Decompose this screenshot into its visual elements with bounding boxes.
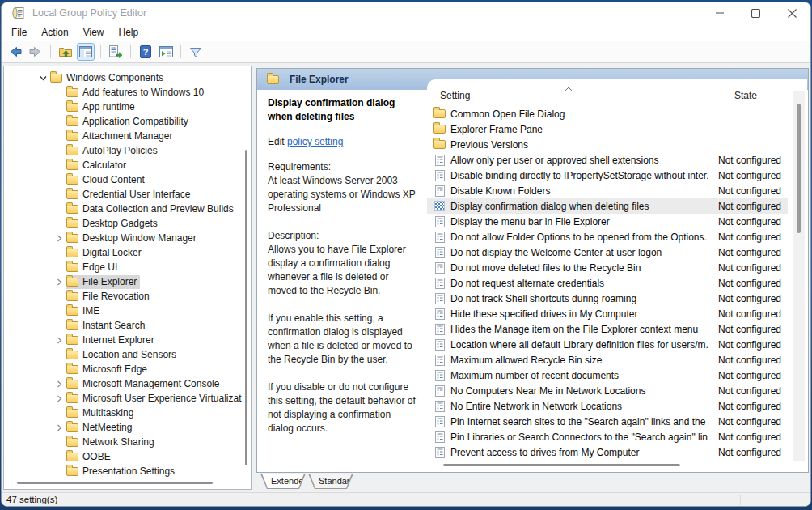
- tree-item-microsoft-management-console[interactable]: Microsoft Management Console: [4, 376, 251, 391]
- tree-item-body[interactable]: Instant Search: [66, 319, 148, 333]
- chevron-right-icon[interactable]: [53, 421, 66, 434]
- tree-item-file-revocation[interactable]: File Revocation: [4, 289, 251, 304]
- show-console-tree-button[interactable]: [77, 43, 95, 61]
- column-header-state[interactable]: State: [734, 90, 757, 101]
- tab-standard[interactable]: Standard: [308, 474, 353, 489]
- tree-item-body[interactable]: Microsoft User Experience Virtualizat: [66, 392, 245, 406]
- back-button[interactable]: [6, 43, 24, 61]
- list-vertical-scrollbar-thumb[interactable]: [797, 104, 801, 233]
- menu-action[interactable]: Action: [34, 25, 75, 40]
- tree-item-body[interactable]: Edge UI: [66, 261, 121, 274]
- tab-extended[interactable]: Extended: [260, 474, 306, 489]
- list-policy-row[interactable]: No Entire Network in Network LocationsNo…: [427, 398, 788, 414]
- tree-item-credential-user-interface[interactable]: Credential User Interface: [4, 187, 251, 202]
- tree-item-body[interactable]: Desktop Window Manager: [66, 232, 200, 245]
- column-separator[interactable]: [713, 85, 713, 102]
- list-folder-row[interactable]: Explorer Frame Pane: [427, 121, 788, 137]
- show-action-pane-button[interactable]: [157, 43, 175, 61]
- list-policy-row[interactable]: Display the menu bar in File ExplorerNot…: [427, 214, 788, 229]
- tree-item-autoplay-policies[interactable]: AutoPlay Policies: [4, 143, 251, 158]
- tree-item-body[interactable]: File Revocation: [66, 290, 153, 304]
- tree-item-attachment-manager[interactable]: Attachment Manager: [4, 129, 251, 143]
- tree-item-body[interactable]: Presentation Settings: [66, 465, 178, 478]
- export-list-button[interactable]: [107, 43, 125, 61]
- policy-setting-link[interactable]: policy setting: [287, 136, 343, 147]
- chevron-down-icon[interactable]: [36, 71, 49, 84]
- tree-item-multitasking[interactable]: Multitasking: [4, 406, 251, 420]
- tree-item-edge-ui[interactable]: Edge UI: [4, 260, 251, 274]
- list-policy-row[interactable]: Pin Libraries or Search Connectors to th…: [427, 429, 788, 444]
- tree-item-body[interactable]: Microsoft Edge: [66, 363, 150, 376]
- tree-item-data-collection-and-preview-builds[interactable]: Data Collection and Preview Builds: [4, 202, 251, 216]
- list-policy-row[interactable]: Do not request alternate credentialsNot …: [427, 275, 788, 291]
- tree-item-desktop-window-manager[interactable]: Desktop Window Manager: [4, 231, 251, 245]
- list-policy-row[interactable]: Hides the Manage item on the File Explor…: [427, 321, 788, 337]
- list-policy-row[interactable]: Maximum allowed Recycle Bin sizeNot conf…: [427, 352, 788, 368]
- chevron-right-icon[interactable]: [53, 232, 66, 244]
- chevron-right-icon[interactable]: [53, 377, 66, 390]
- tree-item-presentation-settings[interactable]: Presentation Settings: [4, 464, 251, 478]
- forward-button[interactable]: [27, 43, 44, 61]
- tree-item-desktop-gadgets[interactable]: Desktop Gadgets: [4, 216, 251, 231]
- tree-item-microsoft-edge[interactable]: Microsoft Edge: [4, 362, 251, 376]
- tree-item-ime[interactable]: IME: [4, 304, 251, 318]
- chevron-right-icon[interactable]: [53, 392, 66, 405]
- list-policy-row[interactable]: Pin Internet search sites to the "Search…: [427, 414, 788, 429]
- tree-vertical-scrollbar[interactable]: [245, 150, 247, 465]
- chevron-right-icon[interactable]: [53, 275, 66, 288]
- tree-item-body[interactable]: Attachment Manager: [66, 130, 176, 143]
- list-policy-row[interactable]: Prevent access to drives from My Compute…: [427, 444, 788, 460]
- tree-item-internet-explorer[interactable]: Internet Explorer: [4, 333, 251, 347]
- list-policy-row[interactable]: Do not display the Welcome Center at use…: [427, 244, 788, 260]
- list-folder-row[interactable]: Previous Versions: [427, 137, 788, 152]
- tree-item-calculator[interactable]: Calculator: [4, 158, 251, 172]
- tree-item-body[interactable]: Microsoft Management Console: [66, 377, 222, 391]
- menu-view[interactable]: View: [76, 25, 112, 40]
- list-policy-row[interactable]: Location where all default Library defin…: [427, 337, 788, 352]
- tree-item-body[interactable]: Network Sharing: [66, 436, 158, 449]
- tree-horizontal-scrollbar[interactable]: [17, 482, 213, 484]
- tree-item-body[interactable]: Credential User Interface: [66, 188, 193, 202]
- tree-item-instant-search[interactable]: Instant Search: [4, 318, 251, 333]
- tree-item-oobe[interactable]: OOBE: [4, 449, 251, 464]
- list-policy-row[interactable]: No Computers Near Me in Network Location…: [427, 383, 788, 398]
- tree-item-cloud-content[interactable]: Cloud Content: [4, 172, 251, 187]
- tree-item-body[interactable]: OOBE: [66, 450, 114, 464]
- list-policy-row[interactable]: Disable binding directly to IPropertySet…: [427, 168, 788, 183]
- tree-item-microsoft-user-experience-virtualizat[interactable]: Microsoft User Experience Virtualizat: [4, 391, 251, 406]
- list-policy-row[interactable]: Do not allow Folder Options to be opened…: [427, 229, 788, 244]
- column-header-setting[interactable]: Setting: [440, 90, 470, 101]
- tree-item-windows-components[interactable]: Windows Components: [4, 70, 251, 85]
- tree-item-location-and-sensors[interactable]: Location and Sensors: [4, 347, 251, 362]
- tree-item-add-features-to-windows-10[interactable]: Add features to Windows 10: [4, 85, 251, 100]
- list-policy-row[interactable]: Do not track Shell shortcuts during roam…: [427, 291, 788, 306]
- chevron-right-icon[interactable]: [53, 334, 66, 346]
- filter-icon[interactable]: [187, 43, 205, 61]
- tree-item-body[interactable]: Cloud Content: [66, 173, 148, 187]
- tree-item-body[interactable]: IME: [66, 304, 103, 318]
- maximize-button[interactable]: [738, 2, 774, 23]
- tree-item-body[interactable]: Add features to Windows 10: [66, 86, 207, 100]
- tree-item-body[interactable]: Location and Sensors: [66, 348, 180, 362]
- tree-item-app-runtime[interactable]: App runtime: [4, 100, 251, 114]
- menu-help[interactable]: Help: [112, 25, 146, 40]
- menu-file[interactable]: File: [4, 25, 34, 40]
- tree-item-body[interactable]: AutoPlay Policies: [66, 144, 161, 158]
- tree-item-body[interactable]: Calculator: [66, 159, 129, 172]
- minimize-button[interactable]: [701, 2, 738, 23]
- tree-item-body[interactable]: Application Compatibility: [66, 115, 192, 129]
- list-policy-row[interactable]: Disable Known FoldersNot configured: [427, 183, 788, 198]
- tree-item-digital-locker[interactable]: Digital Locker: [4, 245, 251, 260]
- list-policy-row[interactable]: Allow only per user or approved shell ex…: [427, 152, 788, 168]
- tree-item-body[interactable]: App runtime: [66, 100, 138, 114]
- list-policy-row[interactable]: Hide these specified drives in My Comput…: [427, 306, 788, 321]
- up-one-level-button[interactable]: [57, 43, 74, 61]
- tree-item-body[interactable]: Desktop Gadgets: [66, 217, 161, 231]
- tree-item-body[interactable]: Windows Components: [49, 71, 167, 85]
- tree-item-body[interactable]: Internet Explorer: [66, 334, 158, 347]
- list-vertical-scrollbar-track[interactable]: [793, 91, 805, 461]
- tree-item-body[interactable]: NetMeeting: [66, 421, 135, 435]
- tree-item-file-explorer[interactable]: File Explorer: [4, 274, 251, 289]
- list-policy-row[interactable]: Display confirmation dialog when deletin…: [427, 198, 788, 214]
- tree-item-network-sharing[interactable]: Network Sharing: [4, 435, 251, 449]
